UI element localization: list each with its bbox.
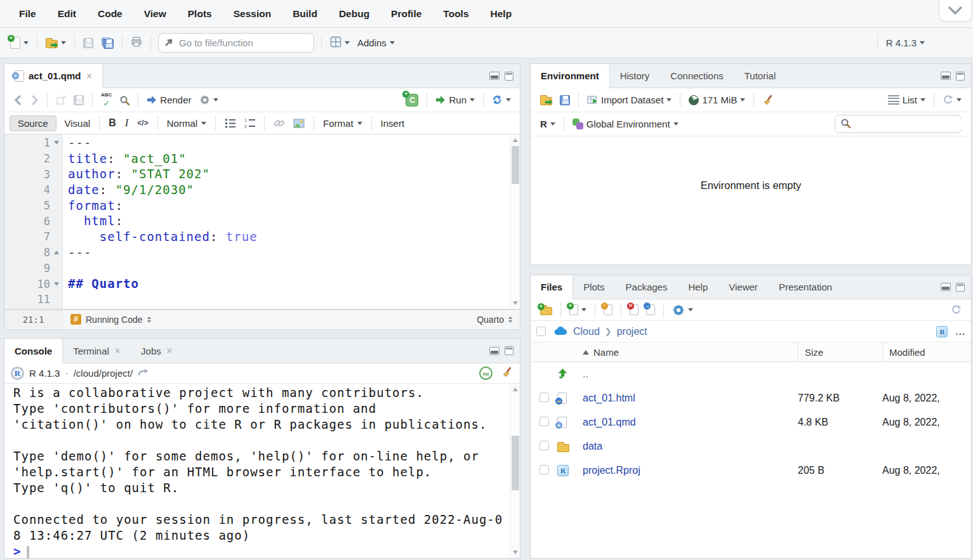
code-line[interactable]: self-contained: true [68,229,520,245]
code-editor[interactable]: 123456789101112 ---title: "act_01"author… [4,134,520,309]
new-file-button[interactable]: + [6,34,32,51]
code-line[interactable]: ## Quarto [68,276,520,292]
new-folder-button[interactable]: + [536,302,556,318]
row-checkbox[interactable] [539,417,549,426]
minimize-pane-icon[interactable] [489,347,500,355]
table-row-act01-qmd[interactable]: + act_01.qmd 4.8 KB Aug 8, 2022, [531,410,971,434]
rename-button[interactable]: → [642,302,659,318]
save-source-button[interactable] [70,93,88,108]
column-header-name[interactable]: Name [583,342,798,361]
select-all-checkbox[interactable] [536,327,546,336]
code-line[interactable]: format: [68,198,520,214]
tab-terminal[interactable]: Terminal× [63,339,131,363]
run-button[interactable]: Run [432,92,479,108]
format-menu-button[interactable]: Format [319,116,367,131]
print-button[interactable] [127,34,146,52]
folder-link[interactable]: data [583,441,798,452]
forward-button[interactable] [26,93,43,108]
file-link[interactable]: project.Rproj [583,465,798,476]
tab-jobs[interactable]: Jobs× [131,339,183,363]
table-row-updir[interactable]: .. [531,362,971,386]
tab-files[interactable]: Files [531,275,573,299]
hide-menubar-button[interactable] [939,0,972,22]
breadcrumb-cloud[interactable]: Cloud [573,326,600,337]
row-checkbox[interactable] [539,393,549,402]
code-line[interactable]: --- [68,135,520,151]
fold-toggle-icon[interactable] [54,282,59,286]
insert-menu-button[interactable]: Insert [376,116,409,131]
tab-packages[interactable]: Packages [616,275,678,299]
menu-session[interactable]: Session [223,8,282,20]
r-project-icon[interactable]: R [936,326,948,337]
refresh-files-button[interactable] [947,302,965,318]
editor-scrollbar[interactable] [510,134,520,309]
spellcheck-button[interactable]: ABC✓ [97,90,116,110]
close-icon[interactable]: × [87,71,92,81]
breadcrumb-project[interactable]: project [617,326,647,337]
back-button[interactable] [10,93,26,108]
upload-button[interactable]: ↑ [600,302,616,318]
tab-plots[interactable]: Plots [573,275,615,299]
tab-history[interactable]: History [610,64,661,88]
session-suspend-icon[interactable]: ∞ [479,367,493,380]
bold-button[interactable]: B [104,115,121,131]
fold-toggle-icon[interactable] [54,251,59,254]
menu-build[interactable]: Build [282,8,328,20]
tab-environment[interactable]: Environment [531,64,610,88]
column-header-size[interactable]: Size [798,342,882,361]
close-icon[interactable]: × [167,346,172,356]
addins-button[interactable]: Addins [354,35,399,51]
numbered-list-button[interactable] [240,116,260,131]
open-file-button[interactable] [42,35,70,51]
menu-help[interactable]: Help [480,8,523,20]
code-line[interactable]: title: "act_01" [68,151,520,167]
italic-button[interactable]: I [121,115,133,131]
code-line[interactable]: --- [68,245,520,261]
load-workspace-button[interactable] [536,92,556,108]
environment-scope-select[interactable]: Global Environment [569,116,682,132]
code-line[interactable]: html: [68,213,520,229]
clear-environment-button[interactable] [758,92,778,108]
visual-mode-button[interactable]: Visual [60,116,95,131]
console-output[interactable]: R is a collaborative project with many c… [4,384,520,558]
clear-console-button[interactable] [501,367,513,380]
menu-profile[interactable]: Profile [380,8,432,20]
insert-chunk-button[interactable]: C [402,91,422,109]
paragraph-style-select[interactable]: Normal [162,116,211,131]
menu-plots[interactable]: Plots [177,8,223,20]
memory-usage-button[interactable]: 171 MiB [685,92,749,108]
tab-presentation[interactable]: Presentation [769,275,843,299]
environment-search-input[interactable] [854,119,969,129]
save-all-button[interactable] [97,34,117,51]
r-version-selector[interactable]: R 4.1.3 [882,35,929,51]
code-line[interactable] [68,292,520,308]
table-row-project-rproj[interactable]: R project.Rproj 205 B Aug 8, 2022, [531,459,971,483]
minimize-pane-icon[interactable] [941,283,951,291]
tab-viewer[interactable]: Viewer [718,275,769,299]
save-workspace-button[interactable] [556,93,574,108]
source-script-button[interactable] [488,92,515,108]
bullet-list-button[interactable] [220,116,240,131]
tab-console[interactable]: Console [4,339,63,363]
code-line[interactable]: author: "STAT 202" [68,166,520,182]
link-button[interactable] [269,116,289,130]
maximize-pane-icon[interactable] [956,283,965,292]
tab-help[interactable]: Help [678,275,718,299]
tab-tutorial[interactable]: Tutorial [734,64,786,88]
maximize-pane-icon[interactable] [956,72,965,81]
console-prompt-line[interactable]: > [13,544,520,558]
import-dataset-button[interactable]: Import Dataset [583,92,675,108]
doc-type-button[interactable]: Quarto [477,315,504,325]
more-file-commands-button[interactable] [668,301,697,319]
image-button[interactable] [289,116,309,130]
menu-debug[interactable]: Debug [328,8,380,20]
fold-toggle-icon[interactable] [54,141,59,145]
column-header-modified[interactable]: Modified [882,342,971,361]
maximize-pane-icon[interactable] [505,72,513,81]
goto-file-input[interactable] [179,37,307,48]
menu-file[interactable]: File [8,8,47,20]
find-replace-button[interactable] [116,93,133,108]
list-view-button[interactable]: List [884,92,929,108]
refresh-environment-button[interactable] [939,92,965,108]
row-checkbox[interactable] [539,441,549,450]
